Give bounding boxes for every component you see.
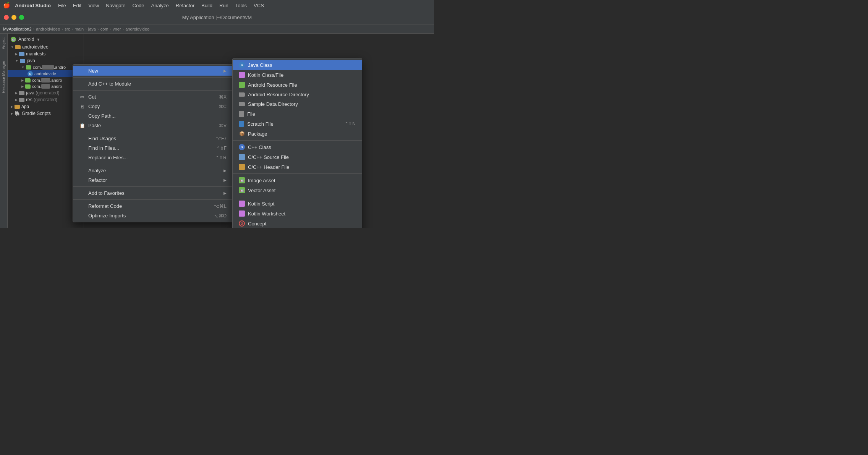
image-asset-icon: 🤖	[239, 177, 245, 183]
submenu-label-kotlin-worksheet: Kotlin Worksheet	[248, 211, 285, 217]
minimize-button[interactable]	[11, 15, 16, 20]
window-title: My Application [~/Documents/M	[182, 15, 252, 20]
submenu-item-kotlin-script[interactable]: Kotlin Script	[233, 199, 362, 209]
menu-item-paste[interactable]: 📋 Paste ⌘V	[73, 121, 233, 130]
submenu-item-concept[interactable]: ⊘ Concept	[233, 219, 362, 228]
separator-5	[73, 186, 233, 187]
main-layout: Project Resource Manager 🤖 Android ▼ ▼ a…	[0, 34, 434, 228]
menu-navigate[interactable]: Navigate	[103, 2, 128, 9]
menu-item-reformat-label: Reformat Code	[88, 203, 211, 209]
scratch-icon	[239, 121, 244, 127]
find-files-shortcut: ⌃⇧F	[216, 146, 227, 151]
submenu-label-vector-asset: Vector Asset	[248, 188, 275, 193]
submenu-item-sample-data[interactable]: Sample Data Directory	[233, 99, 362, 109]
file-icon	[239, 111, 244, 117]
menu-item-refactor[interactable]: Refactor ▶	[73, 175, 233, 185]
menu-build[interactable]: Build	[199, 2, 215, 9]
submenu-sep-2	[233, 173, 362, 174]
submenu-label-android-dir: Android Resource Directory	[248, 92, 309, 97]
breadcrumb-item-5[interactable]: com	[100, 27, 108, 31]
submenu-item-scratch[interactable]: Scratch File ⌃⇧N	[233, 119, 362, 129]
submenu-item-cpp-class[interactable]: S C++ Class	[233, 142, 362, 152]
submenu-item-image-asset[interactable]: 🤖 Image Asset	[233, 175, 362, 185]
menu-item-favorites-label: Add to Favorites	[88, 190, 220, 196]
menu-refactor[interactable]: Refactor	[173, 2, 197, 9]
submenu-label-image-asset: Image Asset	[248, 178, 275, 183]
menu-file[interactable]: File	[55, 2, 69, 9]
menu-item-analyze-label: Analyze	[88, 168, 220, 173]
submenu-arrow-new: ▶	[223, 69, 227, 73]
submenu-item-cpp-hdr[interactable]: C/C++ Header File	[233, 162, 362, 172]
cut-shortcut: ⌘X	[219, 94, 227, 100]
cpp-class-icon: S	[239, 144, 245, 150]
menu-item-new[interactable]: New ▶	[73, 66, 233, 76]
separator-2	[73, 90, 233, 91]
menu-vcs[interactable]: VCS	[251, 2, 267, 9]
menu-run[interactable]: Run	[217, 2, 231, 9]
submenu-sep-3	[233, 197, 362, 197]
paste-icon: 📋	[79, 123, 85, 128]
breadcrumb-item-2[interactable]: src	[65, 27, 70, 31]
breadcrumb-item-7[interactable]: androidvideo	[125, 27, 149, 31]
app-name[interactable]: Android Studio	[15, 3, 51, 8]
menu-item-find-usages-label: Find Usages	[88, 136, 213, 141]
menu-item-add-cpp-label: Add C++ to Module	[88, 81, 227, 87]
submenu-item-vector-asset[interactable]: 🤖 Vector Asset	[233, 185, 362, 195]
menu-item-copy[interactable]: ⎘ Copy ⌘C	[73, 102, 233, 111]
optimize-shortcut: ⌥⌘O	[213, 213, 227, 219]
submenu-label-file: File	[247, 111, 255, 117]
menu-item-analyze[interactable]: Analyze ▶	[73, 166, 233, 175]
submenu-item-kotlin-class[interactable]: Kotlin Class/File	[233, 70, 362, 80]
close-button[interactable]	[4, 15, 9, 20]
submenu-item-file[interactable]: File	[233, 109, 362, 119]
kotlin-class-icon	[239, 72, 245, 78]
menu-item-reformat[interactable]: Reformat Code ⌥⌘L	[73, 201, 233, 211]
sample-data-icon	[239, 102, 245, 106]
breadcrumb-item-4[interactable]: java	[88, 27, 96, 31]
find-usages-shortcut: ⌥F7	[216, 136, 227, 141]
menu-edit[interactable]: Edit	[70, 2, 84, 9]
scratch-shortcut: ⌃⇧N	[345, 121, 356, 126]
submenu-item-package[interactable]: 📦 Package	[233, 129, 362, 139]
context-menu-overlay: New ▶ Add C++ to Module ✂ Cut ⌘X ⎘ Copy …	[0, 34, 434, 228]
breadcrumb-item-6[interactable]: vner	[113, 27, 121, 31]
menu-item-refactor-label: Refactor	[88, 177, 220, 183]
apple-menu[interactable]: 🍎	[3, 2, 10, 9]
submenu-item-kotlin-worksheet[interactable]: Kotlin Worksheet	[233, 209, 362, 219]
copy-icon: ⎘	[79, 104, 85, 109]
breadcrumb-item-3[interactable]: main	[74, 27, 84, 31]
menu-item-replace-files[interactable]: Replace in Files... ⌃⇧R	[73, 153, 233, 162]
menu-item-find-usages[interactable]: Find Usages ⌥F7	[73, 134, 233, 143]
cut-icon: ✂	[79, 94, 85, 100]
submenu-item-java-class[interactable]: C Java Class	[233, 60, 362, 70]
menu-item-find-files[interactable]: Find in Files... ⌃⇧F	[73, 143, 233, 153]
menu-item-cut[interactable]: ✂ Cut ⌘X	[73, 92, 233, 102]
reformat-shortcut: ⌥⌘L	[214, 204, 227, 209]
package-icon: 📦	[239, 131, 245, 137]
menu-item-find-files-label: Find in Files...	[88, 145, 213, 151]
breadcrumb-item-0[interactable]: MyApplication2	[3, 27, 32, 31]
menu-item-add-cpp[interactable]: Add C++ to Module	[73, 79, 233, 89]
menu-item-favorites[interactable]: Add to Favorites ▶	[73, 188, 233, 198]
submenu-item-android-resource[interactable]: Android Resource File	[233, 80, 362, 90]
titlebar: My Application [~/Documents/M	[0, 11, 434, 24]
menu-item-optimize[interactable]: Optimize Imports ⌥⌘O	[73, 211, 233, 220]
submenu-label-android-resource: Android Resource File	[248, 82, 297, 88]
menu-item-copy-path[interactable]: Copy Path...	[73, 111, 233, 121]
menu-item-cut-label: Cut	[88, 94, 216, 100]
maximize-button[interactable]	[19, 15, 24, 20]
submenu-item-cpp-src[interactable]: C/C++ Source File	[233, 152, 362, 162]
refactor-arrow: ▶	[223, 178, 227, 182]
submenu-item-android-dir[interactable]: Android Resource Directory	[233, 90, 362, 99]
menu-view[interactable]: View	[86, 2, 102, 9]
menu-code[interactable]: Code	[130, 2, 147, 9]
menu-tools[interactable]: Tools	[233, 2, 249, 9]
menu-item-paste-label: Paste	[88, 123, 216, 128]
window-controls	[4, 15, 24, 20]
breadcrumb-item-1[interactable]: androidvideo	[36, 27, 60, 31]
submenu-label-package: Package	[248, 131, 267, 137]
separator-3	[73, 132, 233, 132]
concept-icon: ⊘	[239, 220, 245, 227]
menu-analyze[interactable]: Analyze	[149, 2, 172, 9]
favorites-arrow: ▶	[223, 191, 227, 195]
